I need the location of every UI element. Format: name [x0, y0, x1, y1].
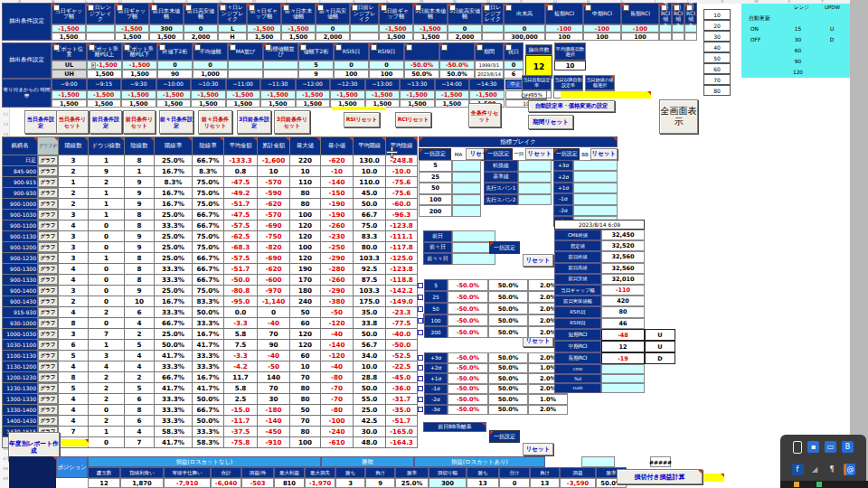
ichimoku-bulk-set-button[interactable]: 一括設定 — [484, 148, 513, 160]
range-option[interactable]: 90 — [778, 59, 818, 64]
min-value-cell[interactable]: -100 — [621, 24, 659, 33]
scale-cell[interactable]: 80 — [703, 85, 731, 96]
max-value-cell[interactable]: 100 — [334, 70, 369, 79]
max-value-cell[interactable]: 1,500 — [435, 99, 470, 108]
scale-cell[interactable]: 70 — [703, 74, 731, 85]
graph-button[interactable]: グラフ — [38, 405, 58, 415]
max-value-cell[interactable]: 50.0% — [404, 70, 439, 79]
bb-kairi-checkbox[interactable] — [418, 376, 423, 381]
quote-extra-input[interactable] — [601, 364, 645, 374]
ma-kairi-high[interactable]: 50.0% — [488, 279, 528, 291]
max-value-cell[interactable] — [228, 70, 263, 79]
min-value-cell[interactable]: -1,500 — [247, 24, 281, 33]
min-value-cell[interactable]: UL — [52, 61, 87, 70]
min-value-cell[interactable]: -1,500 — [52, 90, 87, 99]
ma-kairi-low[interactable]: -50.0% — [448, 279, 488, 291]
bb-kairi-high[interactable]: 50.0% — [488, 394, 528, 405]
max-value-cell[interactable]: 1,500 — [52, 99, 87, 108]
min-value-cell[interactable] — [263, 61, 298, 70]
header-checkbox[interactable] — [194, 44, 201, 51]
max-value-cell[interactable] — [672, 33, 684, 41]
wifi-icon[interactable]: ◢ — [809, 464, 821, 475]
header-checkbox[interactable] — [151, 5, 157, 11]
max-value-cell[interactable]: H — [218, 33, 247, 41]
min-value-cell[interactable]: -1,500 — [400, 90, 435, 99]
ma-kairi-low[interactable]: -50.0% — [448, 291, 488, 303]
header-checkbox[interactable] — [476, 44, 483, 51]
max-value-cell[interactable]: 1,500 — [52, 33, 86, 41]
bb-reset-button[interactable]: リセット — [590, 148, 618, 160]
min-value-cell[interactable]: 1999/3/1 — [475, 61, 504, 70]
bluetooth-icon[interactable]: B — [842, 441, 854, 453]
bb-kairi-low[interactable]: -50.0% — [448, 363, 488, 374]
range-option[interactable]: 30 — [778, 37, 818, 42]
max-value-cell[interactable]: 1,000 — [193, 70, 228, 79]
max-value-cell[interactable] — [263, 70, 298, 79]
header-checkbox[interactable] — [441, 44, 448, 51]
ma-kairi-low[interactable]: -50.0% — [448, 314, 488, 326]
auto-rate-price-setting-button[interactable]: 自動設定率・価格変更の設定 — [528, 100, 615, 112]
header-checkbox[interactable] — [415, 5, 421, 11]
bb-kairi-set-button[interactable]: 一括設定 — [489, 430, 520, 443]
header-checkbox[interactable] — [117, 5, 123, 11]
ma-break-input[interactable] — [452, 172, 481, 183]
min-value-cell[interactable]: -1,500 — [191, 90, 226, 99]
min-value-cell[interactable]: -1,500 — [365, 90, 401, 99]
header-checkbox[interactable] — [159, 44, 165, 51]
auto-toggle-option[interactable]: OFF — [741, 37, 778, 42]
header-checkbox[interactable] — [484, 5, 490, 11]
min-value-cell[interactable]: -1,500 — [260, 90, 296, 99]
range-option[interactable]: 120 — [778, 70, 818, 75]
ma-kairi-checkbox[interactable] — [418, 330, 423, 335]
max-value-cell[interactable]: 100 — [545, 33, 583, 41]
max-value-cell[interactable]: 100 — [369, 70, 404, 79]
min-value-cell[interactable]: -1,500 — [281, 24, 316, 33]
graph-button[interactable]: グラフ — [38, 199, 58, 209]
max-value-cell[interactable] — [350, 33, 379, 41]
min-value-cell[interactable]: -1,500 — [469, 90, 505, 99]
min-value-cell[interactable] — [482, 24, 504, 33]
ichimoku-break-input[interactable] — [518, 160, 552, 172]
bb-kairi-high[interactable]: 50.0% — [488, 373, 528, 384]
header-checkbox[interactable] — [352, 5, 358, 11]
max-value-cell[interactable]: 1,500 — [413, 33, 448, 41]
all-conditions-reset-button[interactable]: 全条件リセット — [468, 103, 501, 127]
graph-button[interactable]: グラフ — [38, 155, 58, 165]
chat-icon[interactable]: ▪ — [807, 441, 819, 453]
bb-kairi-high[interactable]: 50.0% — [488, 405, 528, 416]
ichimoku-break-input[interactable] — [518, 194, 552, 206]
max-value-cell[interactable]: 1,500 — [87, 70, 122, 79]
min-value-cell[interactable]: -100 — [545, 24, 583, 33]
graph-button[interactable]: グラフ — [38, 307, 58, 317]
mail-icon[interactable]: @ — [844, 464, 855, 475]
bb-kairi-checkbox[interactable] — [418, 407, 423, 412]
min-value-cell[interactable]: -100 — [583, 24, 621, 33]
min-value-cell[interactable]: 0 — [504, 61, 524, 70]
header-checkbox[interactable] — [53, 44, 60, 51]
header-checkbox[interactable] — [505, 44, 512, 51]
min-value-cell[interactable] — [86, 24, 115, 33]
header-checkbox[interactable] — [547, 5, 553, 11]
ma-kairi-checkbox[interactable] — [418, 295, 423, 300]
ma-kairi-low[interactable]: -50.0% — [448, 303, 488, 314]
mid-bulk-set-button[interactable]: 一括設定 — [489, 241, 520, 254]
graph-button[interactable]: グラフ — [38, 351, 58, 361]
min-value-cell[interactable]: -1,500 — [296, 90, 331, 99]
ma-kairi-high[interactable]: 50.0% — [488, 291, 528, 303]
zaraba-input[interactable] — [452, 230, 495, 242]
bb-kairi-low[interactable]: -50.0% — [448, 352, 488, 363]
min-value-cell[interactable]: -1,500 — [330, 90, 365, 99]
graph-button[interactable]: グラフ — [38, 253, 58, 263]
graph-button[interactable]: グラフ — [38, 210, 58, 220]
max-value-cell[interactable]: UH — [52, 70, 87, 79]
header-checkbox[interactable] — [371, 44, 377, 51]
max-value-cell[interactable]: 1,500 — [87, 99, 122, 108]
graph-button[interactable]: グラフ — [38, 231, 58, 241]
bb-kairi-low[interactable]: -50.0% — [448, 384, 488, 395]
reset-3daysago-button[interactable]: 3日前条件リセット — [274, 110, 310, 134]
min-value-cell[interactable]: 0 — [448, 24, 482, 33]
ma-break-input[interactable] — [452, 160, 481, 172]
ma-kairi-checkbox[interactable] — [418, 283, 423, 288]
header-checkbox[interactable] — [449, 5, 456, 11]
bb-bulk-set-button[interactable]: 一括設定 — [553, 148, 580, 160]
